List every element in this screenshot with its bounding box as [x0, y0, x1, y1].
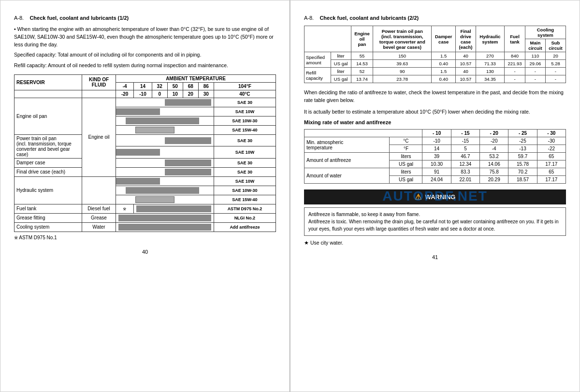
warning-text-block: Antifreeze is flammable, so keep it away…: [304, 207, 566, 236]
fd-sae30-label: SAE 30: [214, 167, 276, 176]
fuel-tank-label: Fuel tank: [14, 204, 82, 213]
cooling-sub-hdr: Subcircuit: [545, 39, 566, 52]
power-train-label: Power train oil pan(incl. transmission, …: [14, 134, 82, 158]
val-20: 20: [545, 52, 566, 60]
mixing-row-1: Min. atmospherictemperature °C -10 -15 -…: [304, 137, 566, 145]
page-number-left: 40: [14, 249, 276, 255]
val-10.57: 10.57: [456, 60, 476, 68]
w-70.2: 70.2: [508, 168, 537, 176]
dc-sae30-bar: [116, 158, 214, 167]
page-number-right: 41: [304, 254, 566, 260]
spacer-h2: [82, 90, 116, 98]
table-header-row-3: -20 -10 0 10 20 30 40°C: [14, 90, 276, 98]
unit-liters-a: liters: [390, 153, 422, 160]
val-71.33: 71.33: [476, 60, 505, 68]
temp-f86: 86: [198, 82, 214, 90]
mixing-title: Mixing rate of water and antifreeze: [304, 119, 566, 125]
temp-f50: 50: [167, 82, 183, 90]
warning-line-1: Antifreeze is flammable, so keep it away…: [308, 211, 562, 218]
pt-sae30-bar: [116, 134, 214, 146]
mix-col-30: - 30: [537, 130, 566, 137]
warning-box: ⚠ WARNING: [304, 189, 566, 204]
val-130: 130: [476, 68, 505, 75]
cooling-fluid: Water: [82, 222, 116, 232]
unit-usgal-2: US gal: [331, 75, 351, 83]
mixing-intro-2: It is actually better to estimate a temp…: [304, 108, 566, 116]
f-4: -4: [480, 145, 508, 153]
bullet-1: • When starting the engine with an atmos…: [14, 26, 276, 48]
unit-usgal-w: US gal: [390, 176, 422, 184]
val-dash-6: -: [545, 75, 566, 83]
ambient-temp-header: AMBIENT TEMPERATURE: [116, 74, 276, 82]
specs-table: Engineoilpan Power train oil pan(incl. t…: [304, 26, 566, 83]
spacer-h1: [14, 90, 82, 98]
pt-sae30-label: SAE 30: [214, 134, 276, 146]
cooling-system-hdr: Coolingsystem: [525, 26, 566, 39]
af-15.78: 15.78: [508, 160, 537, 168]
val-40: 40: [456, 52, 476, 60]
page-left: A-8. Check fuel, coolant and lubricants …: [0, 0, 290, 392]
hy-sae10w-label: SAE 10W: [214, 176, 276, 186]
refill-capacity-label: Refillcapacity: [304, 68, 331, 83]
unit-fahrenheit: °F: [390, 145, 422, 153]
af-59.7: 59.7: [508, 153, 537, 160]
fd-sae30-bar: [116, 167, 214, 176]
unit-liter-2: liter: [331, 68, 351, 75]
temp-c40: 40°C: [214, 90, 276, 98]
cooling-bar: [116, 222, 214, 232]
pt-sae10w-bar: [116, 146, 214, 159]
temp-f104: 104°F: [214, 82, 276, 90]
af-14.06: 14.06: [480, 160, 508, 168]
sae30-label: SAE 30: [214, 98, 276, 107]
val-dash-5: -: [525, 75, 545, 83]
val-40-r: 40: [456, 68, 476, 75]
sae10w-label: SAE 10W: [214, 107, 276, 116]
w-18.57: 18.57: [508, 176, 537, 184]
specs-row-2: US gal 14.53 39.63 0.40 10.57 71.33 221.…: [304, 60, 566, 68]
temp-c30: 30: [198, 90, 214, 98]
specs-row-1: Specifiedamount liter 55 150 1.5 40 270 …: [304, 52, 566, 60]
val-39.63: 39.63: [373, 60, 432, 68]
fuel-label: ASTM D975 No.2: [214, 204, 276, 213]
w-24.04: 24.04: [422, 176, 451, 184]
temp-f14: 14: [134, 82, 152, 90]
val-110: 110: [525, 52, 545, 60]
val-dash-1: -: [505, 68, 525, 75]
table-row: Hydraulic system SAE 10W: [14, 176, 276, 186]
cooling-main-hdr: Maincircuit: [525, 39, 545, 52]
val-0.40-r: 0.40: [432, 75, 456, 83]
mt-10: -10: [422, 137, 451, 145]
grease-label: NLGI No.2: [214, 213, 276, 222]
sae10w30-label: SAE 10W-30: [214, 116, 276, 125]
hydraulic-label: Hydraulic system: [14, 176, 82, 204]
temp-f68: 68: [183, 82, 198, 90]
w-22.01: 22.01: [451, 176, 479, 184]
hydraulic-hdr: Hydraulicsystem: [476, 26, 505, 52]
sae30-bar-cell: [116, 98, 214, 107]
hy-sae10w-bar: [116, 176, 214, 186]
mix-col-20: - 20: [480, 130, 508, 137]
reservoir-header: RESERVOIR: [14, 74, 82, 90]
val-34.35: 34.35: [476, 75, 505, 83]
warning-container: ⚠ WARNING Antifreeze is flammable, so ke…: [304, 189, 566, 236]
table-row: Cooling system Water Add antifreeze: [14, 222, 276, 232]
mixing-empty: [304, 130, 422, 137]
damper-case-hdr: Dampercase: [432, 26, 456, 52]
af-12.34: 12.34: [451, 160, 479, 168]
val-221.93: 221.93: [505, 60, 525, 68]
fuel-note: ※: [116, 204, 134, 213]
val-14.53: 14.53: [351, 60, 373, 68]
temp-c10: 10: [167, 90, 183, 98]
val-dash-3: -: [545, 68, 566, 75]
temp-c0: 0: [152, 90, 167, 98]
af-17.17: 17.17: [537, 160, 566, 168]
table-row: Final drive case (each) SAE 30: [14, 167, 276, 176]
warning-triangle-icon: ⚠: [415, 192, 421, 202]
water-amount-label: Amount of water: [304, 168, 390, 184]
mt-30: -30: [537, 137, 566, 145]
val-23.78: 23.78: [373, 75, 432, 83]
hy-sae15w40-bar: [116, 195, 214, 204]
reservoir-table: RESERVOIR KIND OFFLUID AMBIENT TEMPERATU…: [14, 74, 276, 232]
af-10.30: 10.30: [422, 160, 451, 168]
w-75.8: 75.8: [480, 168, 508, 176]
